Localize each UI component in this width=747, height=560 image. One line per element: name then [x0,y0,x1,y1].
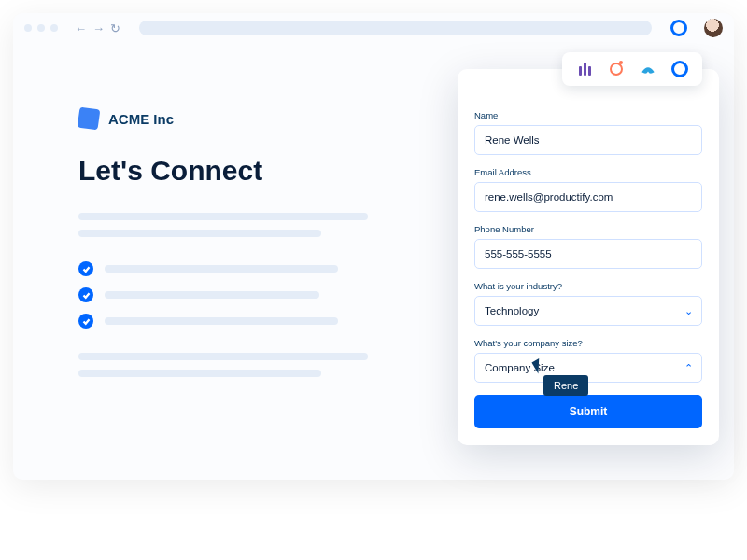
calendly-extension-icon[interactable] [670,20,687,36]
industry-label: What is your industry? [474,281,702,291]
email-label: Email Address [474,167,702,177]
skeleton-line [78,353,368,360]
address-bar[interactable] [139,21,652,35]
traffic-dot [37,24,45,32]
check-icon [78,314,93,329]
forward-button[interactable]: → [92,21,105,35]
reload-button[interactable]: ↻ [110,21,120,35]
industry-select[interactable]: Technology [474,296,702,326]
skeleton-line [105,317,338,325]
submit-button[interactable]: Submit [474,395,702,428]
back-button[interactable]: ← [75,21,87,35]
traffic-dot [24,24,32,32]
traffic-lights [24,24,58,32]
email-input[interactable] [474,182,702,212]
check-icon [78,261,93,276]
acme-logo-icon [78,107,101,131]
phone-label: Phone Number [474,224,702,234]
calendly-icon [670,60,689,78]
pardot-icon [639,60,657,78]
browser-chrome-bar: ← → ↻ [13,13,734,43]
hubspot-icon [607,60,626,78]
phone-input[interactable] [474,239,702,269]
skeleton-line [105,265,338,273]
integrations-strip [562,52,702,86]
contact-form-card: Name Email Address Phone Number What is … [458,69,719,445]
skeleton-line [78,230,321,237]
company-size-label: What's your company size? [474,338,702,348]
name-input[interactable] [474,125,702,155]
check-icon [78,287,93,302]
nav-controls: ← → ↻ [75,21,120,35]
company-size-select[interactable]: Company Size [474,353,702,383]
skeleton-line [78,370,321,377]
skeleton-line [105,291,319,299]
name-label: Name [474,110,702,120]
brand-name: ACME Inc [108,111,174,127]
skeleton-line [78,213,368,220]
profile-avatar[interactable] [704,19,723,37]
marketo-icon [575,60,594,78]
traffic-dot [50,24,58,32]
